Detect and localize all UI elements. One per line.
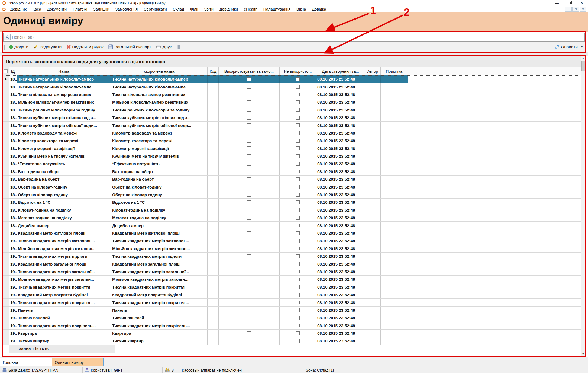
column-header-note[interactable]: Примітка — [381, 67, 408, 75]
use-default-checkbox[interactable] — [247, 247, 251, 250]
not-used-checkbox[interactable] — [296, 185, 300, 189]
menu-dokumenty[interactable]: Документи — [44, 7, 70, 12]
not-used-checkbox[interactable] — [296, 93, 300, 96]
table-row[interactable]: 18.. Децибел-ампер Децибел-ампер 08.10.2… — [3, 222, 585, 229]
menu-dovidnyky[interactable]: Довідники — [217, 7, 241, 12]
use-default-checkbox[interactable] — [247, 116, 251, 120]
use-default-checkbox[interactable] — [247, 108, 251, 112]
use-default-checkbox[interactable] — [247, 316, 251, 320]
not-used-checkbox[interactable] — [296, 162, 300, 166]
not-used-checkbox[interactable] — [296, 170, 300, 173]
not-used-checkbox[interactable] — [296, 216, 300, 220]
use-default-checkbox[interactable] — [247, 301, 251, 304]
menu-dovidnyk[interactable]: Довідник — [7, 7, 30, 12]
not-used-checkbox[interactable] — [296, 146, 300, 150]
tab-units[interactable]: Одиниці виміру — [52, 358, 104, 366]
table-row[interactable]: 19.. Квадратний метр загальної площі Ква… — [3, 260, 585, 268]
not-used-checkbox[interactable] — [296, 301, 300, 304]
group-by-panel[interactable]: Перетягніть заголовок колонки сюди для у… — [3, 56, 585, 67]
menu-platezhi[interactable]: Платежі — [70, 7, 90, 12]
not-used-checkbox[interactable] — [296, 85, 300, 89]
table-row[interactable]: 19.. Тисяча квадратних метрів загальної.… — [3, 268, 585, 276]
not-used-checkbox[interactable] — [296, 254, 300, 258]
not-used-checkbox[interactable] — [296, 139, 300, 143]
close-button[interactable]: × — [576, 0, 588, 6]
use-default-checkbox[interactable] — [247, 100, 251, 104]
use-default-checkbox[interactable] — [247, 254, 251, 258]
not-used-checkbox[interactable] — [296, 293, 300, 297]
use-default-checkbox[interactable] — [247, 293, 251, 297]
scrollbar-thumb[interactable] — [581, 61, 585, 71]
table-row[interactable]: 19.. Мільйон квадратних метрів загальн..… — [3, 276, 585, 283]
edit-button[interactable]: Редагувати — [31, 43, 64, 51]
table-row[interactable]: 18.. Кілометр водоводу та мережі Кіломет… — [3, 129, 585, 137]
use-default-checkbox[interactable] — [247, 85, 251, 89]
use-default-checkbox[interactable] — [247, 324, 251, 327]
table-row[interactable]: 18.. Тисяча кіловольт-ампер реактивних Т… — [3, 91, 585, 98]
table-row[interactable]: 18.. Оберт на кіловат-годину Оберт на кі… — [3, 183, 585, 191]
table-row[interactable]: 18.. Тисяча робочих кілокалорій за годин… — [3, 106, 585, 114]
mdi-restore-button[interactable] — [572, 7, 579, 12]
use-default-checkbox[interactable] — [247, 170, 251, 173]
table-row[interactable]: 19.. Тисяча панелей Тисяча панелей 08.10… — [3, 314, 585, 322]
not-used-checkbox[interactable] — [296, 108, 300, 112]
not-used-checkbox[interactable] — [296, 339, 300, 343]
column-header-not-used[interactable]: Не використо... — [280, 67, 316, 75]
use-default-checkbox[interactable] — [247, 231, 251, 235]
table-row[interactable]: 19.. Квадратний метр покриття будівлі Кв… — [3, 291, 585, 299]
table-row[interactable]: 19.. Тисяча квадратних метрів підлоги Ти… — [3, 253, 585, 260]
refresh-button[interactable]: Оновити — [552, 43, 580, 51]
column-header-name[interactable]: Назва — [17, 67, 111, 75]
column-header-id[interactable]: ІД — [9, 67, 17, 75]
use-default-checkbox[interactable] — [247, 131, 251, 135]
not-used-checkbox[interactable] — [296, 278, 300, 281]
column-header-short-name[interactable]: скорочена назва — [111, 67, 208, 75]
menu-zvity[interactable]: Звіти — [201, 7, 216, 12]
not-used-checkbox[interactable] — [296, 100, 300, 104]
use-default-checkbox[interactable] — [247, 162, 251, 166]
table-row[interactable]: 19.. Панель Панель 08.10.2015 23:52:48 — [3, 307, 585, 314]
table-row[interactable]: 19.. Тисяча квадратних метрів покриття .… — [3, 299, 585, 306]
minimize-button[interactable]: — — [551, 0, 563, 6]
column-chooser-cell[interactable] — [3, 67, 9, 75]
use-default-checkbox[interactable] — [247, 339, 251, 343]
use-default-checkbox[interactable] — [247, 270, 251, 273]
mdi-close-button[interactable]: x — [580, 7, 586, 12]
vertical-scrollbar[interactable]: ▲ ▼ — [581, 56, 585, 356]
table-row[interactable]: 18.. Тисяча натуральних кіловольт-ампер … — [3, 75, 585, 83]
not-used-checkbox[interactable] — [296, 200, 300, 204]
not-used-checkbox[interactable] — [296, 154, 300, 158]
table-row[interactable]: 18.. Оберт на кіловар-годину Оберт на кі… — [3, 191, 585, 199]
table-row[interactable]: 18.. Вар-година на оберт Вар-година на о… — [3, 176, 585, 183]
use-default-checkbox[interactable] — [247, 77, 251, 81]
not-used-checkbox[interactable] — [296, 193, 300, 197]
menu-zamovlennia[interactable]: Замовлення — [112, 7, 141, 12]
column-header-created-date[interactable]: Дата створення за... — [316, 67, 365, 75]
search-input[interactable]: Поиск (Tab) — [3, 33, 585, 42]
table-row[interactable]: 19.. Тисяча квадратних метрів покрівель.… — [3, 322, 585, 330]
menu-vikna[interactable]: Вікна — [293, 7, 309, 12]
table-row[interactable]: 19.. Тисяча квадратних метрів житлової .… — [3, 237, 585, 245]
add-button[interactable]: Додати — [6, 43, 31, 51]
not-used-checkbox[interactable] — [296, 331, 300, 335]
table-row[interactable]: 19.. Тисяча квартир Тисяча квартир 08.10… — [3, 337, 585, 345]
use-default-checkbox[interactable] — [247, 146, 251, 150]
table-row[interactable]: 19.. Мільйон квадратних метрів житлово..… — [3, 245, 585, 253]
not-used-checkbox[interactable] — [296, 270, 300, 273]
table-row[interactable]: 19.. Квадратний метр житлової площі Квад… — [3, 229, 585, 237]
use-default-checkbox[interactable] — [247, 224, 251, 227]
not-used-checkbox[interactable] — [296, 116, 300, 120]
use-default-checkbox[interactable] — [247, 262, 251, 266]
mdi-minimize-button[interactable]: _ — [565, 7, 572, 12]
column-header-use-default[interactable]: Використовувати за замо... — [219, 67, 280, 75]
use-default-checkbox[interactable] — [247, 285, 251, 289]
menu-filii[interactable]: Філії — [187, 7, 201, 12]
table-row[interactable]: 18.. Тисяча натуральних кіловольт-ампе..… — [3, 83, 585, 91]
use-default-checkbox[interactable] — [247, 139, 251, 143]
search-icon[interactable] — [4, 34, 11, 40]
not-used-checkbox[interactable] — [296, 239, 300, 243]
not-used-checkbox[interactable] — [296, 316, 300, 320]
table-row[interactable]: 18.. Тисяча кубічних метрів стічних вод … — [3, 114, 585, 122]
use-default-checkbox[interactable] — [247, 154, 251, 158]
use-default-checkbox[interactable] — [247, 308, 251, 312]
